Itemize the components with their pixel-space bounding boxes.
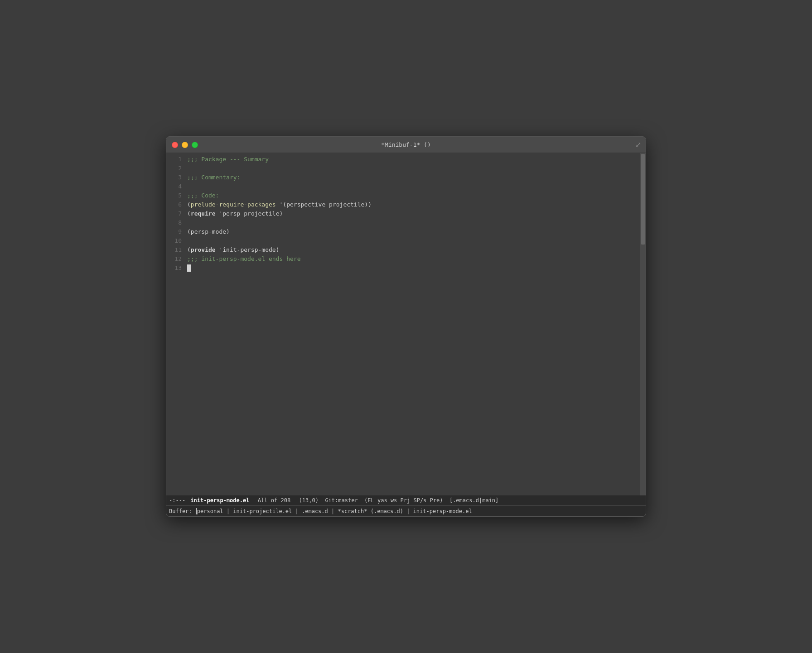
minibuffer-label: Buffer: bbox=[169, 508, 195, 514]
line-num-11: 11 bbox=[174, 245, 182, 254]
minibuffer-content: personal | init-projectile.el | .emacs.d… bbox=[197, 508, 472, 514]
status-space-3 bbox=[292, 497, 299, 504]
line-num-13: 13 bbox=[174, 264, 182, 273]
code-line-4 bbox=[185, 182, 640, 191]
status-space-4 bbox=[319, 497, 325, 504]
close-button[interactable] bbox=[172, 142, 178, 148]
code-line-7: (require 'persp-projectile) bbox=[185, 209, 640, 218]
text-cursor bbox=[187, 264, 191, 272]
code-line-2 bbox=[185, 164, 640, 173]
status-modes: (EL yas ws Prj SP/s Pre) bbox=[364, 497, 443, 504]
traffic-lights bbox=[172, 142, 198, 148]
zoom-icon[interactable]: ⤢ bbox=[635, 140, 641, 149]
status-bar: -:--- init-persp-mode.el All of 208 (13,… bbox=[166, 495, 646, 505]
editor-container: 1 2 3 4 5 6 7 8 9 10 11 12 13 ;;; Packag… bbox=[166, 153, 646, 495]
comment-5: ;;; Code: bbox=[187, 191, 219, 200]
emacs-window: *Minibuf-1* () ⤢ 1 2 3 4 5 6 7 8 9 10 11… bbox=[166, 136, 646, 517]
code-line-6: (prelude-require-packages '(perspective … bbox=[185, 200, 640, 209]
code-line-11: (provide 'init-persp-mode) bbox=[185, 245, 640, 254]
window-title: *Minibuf-1* () bbox=[381, 141, 431, 148]
scrollbar[interactable] bbox=[640, 153, 646, 495]
line-num-8: 8 bbox=[178, 218, 182, 227]
code-line-12: ;;; init-persp-mode.el ends here bbox=[185, 254, 640, 264]
code-line-3: ;;; Commentary: bbox=[185, 173, 640, 182]
line-num-3: 3 bbox=[178, 173, 182, 182]
line-num-7: 7 bbox=[178, 209, 182, 218]
comment-3: ;;; Commentary: bbox=[187, 173, 240, 182]
status-cursor-pos: (13,0) bbox=[299, 497, 319, 504]
minibuffer-cursor bbox=[196, 508, 197, 514]
line-numbers: 1 2 3 4 5 6 7 8 9 10 11 12 13 bbox=[166, 153, 185, 495]
line-num-9: 9 bbox=[178, 227, 182, 236]
mode-indicator: -:--- bbox=[169, 497, 185, 504]
comment-1: ;;; Package --- Summary bbox=[187, 155, 269, 164]
status-vcs: Git:master bbox=[325, 497, 358, 504]
status-filename: init-persp-mode.el bbox=[190, 497, 249, 504]
line-num-5: 5 bbox=[178, 191, 182, 200]
line-num-6: 6 bbox=[178, 200, 182, 209]
code-content[interactable]: ;;; Package --- Summary ;;; Commentary: … bbox=[185, 153, 640, 495]
line-num-1: 1 bbox=[178, 155, 182, 164]
code-line-8 bbox=[185, 218, 640, 227]
line-num-12: 12 bbox=[174, 254, 182, 264]
code-line-9: (persp-mode) bbox=[185, 227, 640, 236]
line-num-4: 4 bbox=[178, 182, 182, 191]
status-position: All of 208 bbox=[258, 497, 290, 504]
maximize-button[interactable] bbox=[192, 142, 198, 148]
code-line-5: ;;; Code: bbox=[185, 191, 640, 200]
code-line-13 bbox=[185, 264, 640, 273]
line-num-10: 10 bbox=[174, 236, 182, 245]
code-line-1: ;;; Package --- Summary bbox=[185, 155, 640, 164]
code-area[interactable]: 1 2 3 4 5 6 7 8 9 10 11 12 13 ;;; Packag… bbox=[166, 153, 640, 495]
status-space-2 bbox=[249, 497, 256, 504]
code-line-10 bbox=[185, 236, 640, 245]
status-space-6 bbox=[443, 497, 449, 504]
status-space-1 bbox=[187, 497, 190, 504]
comment-12: ;;; init-persp-mode.el ends here bbox=[187, 254, 300, 264]
line-num-2: 2 bbox=[178, 164, 182, 173]
minimize-button[interactable] bbox=[182, 142, 188, 148]
title-bar: *Minibuf-1* () ⤢ bbox=[166, 137, 646, 153]
status-space-5 bbox=[358, 497, 364, 504]
status-perspective: [.emacs.d|main] bbox=[450, 497, 498, 504]
scrollbar-thumb[interactable] bbox=[641, 154, 645, 245]
minibuffer-bar: Buffer: personal | init-projectile.el | … bbox=[166, 505, 646, 516]
